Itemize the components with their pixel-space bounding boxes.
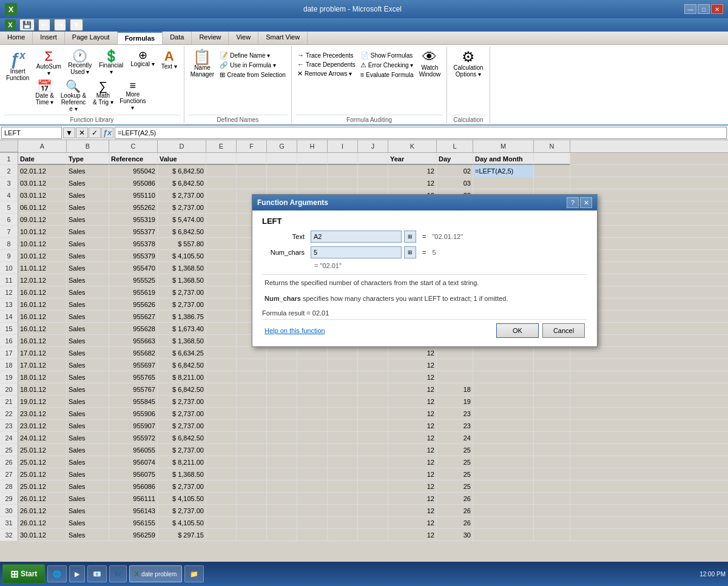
cell-10-D[interactable]: $ 1,368.50 bbox=[158, 262, 206, 274]
cell-24-M[interactable] bbox=[473, 432, 534, 444]
cell-18-J[interactable] bbox=[358, 359, 388, 371]
autosum-button[interactable]: Σ AutoSum ▾ bbox=[33, 49, 64, 78]
cell-12-C[interactable]: 955619 bbox=[109, 286, 158, 298]
cell-3-B[interactable]: Sales bbox=[67, 177, 109, 189]
cell-32-G[interactable] bbox=[267, 529, 297, 541]
cell-24-J[interactable] bbox=[358, 432, 388, 444]
cell-32-B[interactable]: Sales bbox=[67, 529, 109, 541]
cell-5-B[interactable]: Sales bbox=[67, 201, 109, 214]
cell-29-E[interactable] bbox=[206, 493, 237, 505]
row-header-1[interactable]: 1 bbox=[0, 153, 18, 165]
insert-function-button[interactable]: ƒx InsertFunction bbox=[4, 49, 32, 83]
cell-31-L[interactable]: 26 bbox=[437, 517, 473, 529]
cell-11-A[interactable]: 12.01.12 bbox=[18, 274, 67, 286]
tab-data[interactable]: Data bbox=[163, 32, 192, 44]
cell-29-N[interactable] bbox=[534, 493, 570, 505]
row-header-25[interactable]: 25 bbox=[0, 444, 18, 456]
cell-12-D[interactable]: $ 2,737.00 bbox=[158, 286, 206, 298]
arg-numchars-input[interactable] bbox=[311, 246, 402, 258]
remove-arrows-button[interactable]: ✕ Remove Arrows ▾ bbox=[295, 69, 357, 78]
cell-22-D[interactable]: $ 2,737.00 bbox=[158, 408, 206, 420]
cell-2-E[interactable] bbox=[206, 165, 237, 177]
cell-2-A[interactable]: 02.01.12 bbox=[18, 165, 67, 177]
cell-6-C[interactable]: 955319 bbox=[109, 214, 158, 226]
cell-22-H[interactable] bbox=[297, 408, 328, 420]
cell-3-C[interactable]: 955086 bbox=[109, 177, 158, 189]
cell-17-N[interactable] bbox=[534, 347, 570, 359]
cell-28-F[interactable] bbox=[237, 480, 267, 493]
create-from-selection-button[interactable]: ⊞ Create from Selection bbox=[218, 70, 288, 79]
tab-home[interactable]: Home bbox=[0, 32, 33, 44]
cell-30-C[interactable]: 956143 bbox=[109, 505, 158, 517]
cell-20-J[interactable] bbox=[358, 383, 388, 396]
cell-26-C[interactable]: 956074 bbox=[109, 456, 158, 468]
row-header-14[interactable]: 14 bbox=[0, 311, 18, 323]
cell-25-F[interactable] bbox=[237, 444, 267, 456]
cell-28-J[interactable] bbox=[358, 480, 388, 493]
cell-5-E[interactable] bbox=[206, 201, 237, 214]
cell-27-J[interactable] bbox=[358, 468, 388, 480]
cell-3-E[interactable] bbox=[206, 177, 237, 189]
cell-20-D[interactable]: $ 6,842.50 bbox=[158, 383, 206, 396]
cell-28-G[interactable] bbox=[267, 480, 297, 493]
cell-27-F[interactable] bbox=[237, 468, 267, 480]
cell-29-D[interactable]: $ 4,105.50 bbox=[158, 493, 206, 505]
cell-24-G[interactable] bbox=[267, 432, 297, 444]
row-header-24[interactable]: 24 bbox=[0, 432, 18, 444]
cell-20-G[interactable] bbox=[267, 383, 297, 396]
cell-3-D[interactable]: $ 6,842.50 bbox=[158, 177, 206, 189]
cell-22-B[interactable]: Sales bbox=[67, 408, 109, 420]
cell-25-H[interactable] bbox=[297, 444, 328, 456]
cell-18-A[interactable]: 17.01.12 bbox=[18, 359, 67, 371]
cell-8-E[interactable] bbox=[206, 238, 237, 250]
financial-button[interactable]: 💲 Financial ▾ bbox=[95, 49, 127, 78]
cell-18-G[interactable] bbox=[267, 359, 297, 371]
cell-2-D[interactable]: $ 6,842.50 bbox=[158, 165, 206, 177]
row-header-5[interactable]: 5 bbox=[0, 201, 18, 214]
cell-17-D[interactable]: $ 6,634.25 bbox=[158, 347, 206, 359]
cell-27-B[interactable]: Sales bbox=[67, 468, 109, 480]
close-button[interactable]: ✕ bbox=[711, 4, 723, 14]
cell-23-N[interactable] bbox=[534, 420, 570, 432]
cell-19-M[interactable] bbox=[473, 371, 534, 383]
cell-22-N[interactable] bbox=[534, 408, 570, 420]
cell-30-M[interactable] bbox=[473, 505, 534, 517]
cell-27-N[interactable] bbox=[534, 468, 570, 480]
cell-25-N[interactable] bbox=[534, 444, 570, 456]
cell-27-I[interactable] bbox=[328, 468, 358, 480]
cell-23-M[interactable] bbox=[473, 420, 534, 432]
cell-21-D[interactable]: $ 2,737.00 bbox=[158, 396, 206, 408]
row-header-17[interactable]: 17 bbox=[0, 347, 18, 359]
function-arguments-dialog[interactable]: Function Arguments ? ✕ LEFT Text ⊞ = "02… bbox=[252, 194, 598, 347]
col-header-l[interactable]: L bbox=[437, 140, 473, 152]
cell-20-M[interactable] bbox=[473, 383, 534, 396]
tab-insert[interactable]: Insert bbox=[33, 32, 65, 44]
cell-20-A[interactable]: 18.01.12 bbox=[18, 383, 67, 396]
cell-20-C[interactable]: 955767 bbox=[109, 383, 158, 396]
cell-30-F[interactable] bbox=[237, 505, 267, 517]
cell-8-A[interactable]: 10.01.12 bbox=[18, 238, 67, 250]
row-header-28[interactable]: 28 bbox=[0, 480, 18, 493]
cell-23-J[interactable] bbox=[358, 420, 388, 432]
col-header-k[interactable]: K bbox=[388, 140, 437, 152]
tab-view[interactable]: View bbox=[229, 32, 258, 44]
taskbar-app-mail[interactable]: 📧 bbox=[87, 565, 107, 582]
cell-25-L[interactable]: 25 bbox=[437, 444, 473, 456]
text-button[interactable]: A Text ▾ bbox=[158, 49, 180, 78]
tab-formulas[interactable]: Formulas bbox=[118, 32, 163, 44]
cell-24-H[interactable] bbox=[297, 432, 328, 444]
cell-28-C[interactable]: 956086 bbox=[109, 480, 158, 493]
taskbar-app-word[interactable]: W bbox=[109, 565, 126, 582]
cell-13-D[interactable]: $ 2,737.00 bbox=[158, 298, 206, 311]
logical-button[interactable]: ⊕ Logical ▾ bbox=[128, 49, 157, 78]
arg-numchars-ref-button[interactable]: ⊞ bbox=[404, 246, 416, 258]
cell-11-C[interactable]: 955525 bbox=[109, 274, 158, 286]
cell-29-A[interactable]: 26.01.12 bbox=[18, 493, 67, 505]
cell-21-E[interactable] bbox=[206, 396, 237, 408]
cell-1-C[interactable]: Reference bbox=[109, 153, 158, 165]
date-time-button[interactable]: 📅 Date &Time ▾ bbox=[33, 79, 56, 113]
cell-3-H[interactable] bbox=[297, 177, 328, 189]
cell-30-A[interactable]: 26.01.12 bbox=[18, 505, 67, 517]
col-header-b[interactable]: B bbox=[67, 140, 109, 152]
cell-17-B[interactable]: Sales bbox=[67, 347, 109, 359]
